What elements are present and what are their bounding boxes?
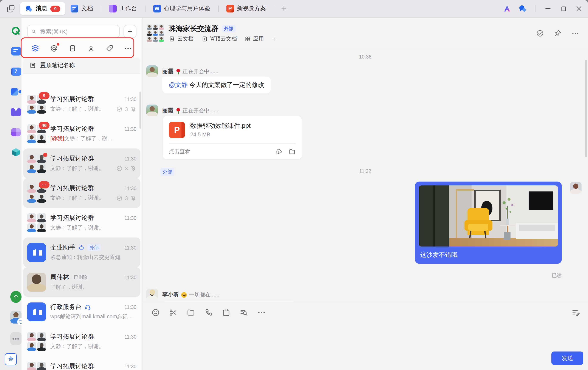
- rail-apps-icon[interactable]: [8, 126, 21, 138]
- chat-preview: 文静：了解了，谢谢。: [50, 343, 104, 350]
- file-message-card[interactable]: P 数据驱动效能课件.ppt 24.5 MB 点击查看: [162, 116, 302, 160]
- more-icon[interactable]: [571, 29, 579, 37]
- search-icon: [31, 28, 37, 35]
- chat-preview: wps邮箱请到mail.kmail.com忘记…: [50, 313, 133, 320]
- file-size: 24.5 MB: [190, 132, 251, 138]
- history-search-icon[interactable]: [239, 308, 248, 317]
- chat-app-logo-icon[interactable]: [518, 4, 527, 13]
- pinned-note[interactable]: 置顶笔记名称: [23, 58, 140, 73]
- message-bubble[interactable]: @文静 今天的文案做了一定的修改: [162, 77, 271, 93]
- tab-docs[interactable]: 文档: [65, 2, 98, 15]
- sent-message[interactable]: 这沙发不错哦: [415, 182, 562, 264]
- chat-list-item[interactable]: 学习拓展讨论群11:30 文静：了解了，谢谢。 3: [23, 148, 140, 178]
- rail-docs-icon[interactable]: [8, 46, 21, 57]
- pinned-docs-tab[interactable]: 置顶云文档: [201, 35, 237, 42]
- chat-time: 11:30: [124, 186, 136, 191]
- filter-tags-icon[interactable]: [105, 44, 114, 52]
- sender-avatar[interactable]: [146, 104, 158, 116]
- todo-check-icon[interactable]: [536, 29, 544, 37]
- chat-time: 11:30: [124, 126, 136, 132]
- chat-list-item[interactable]: 9 学习拓展讨论群11:30 文静：了解了，谢谢。 3: [23, 89, 140, 119]
- conversation-title: 珠海家长交流群: [169, 24, 219, 33]
- save-to-folder-icon[interactable]: [288, 148, 296, 155]
- tab-workbench[interactable]: 工作台: [104, 2, 142, 15]
- deleted-chip: 已删除: [72, 274, 90, 281]
- chat-title: 学习拓展讨论群: [50, 362, 94, 370]
- call-icon[interactable]: [204, 308, 213, 317]
- send-button[interactable]: 发送: [551, 351, 583, 365]
- pin-icon[interactable]: [554, 29, 562, 37]
- unread-badge: 9: [39, 92, 50, 99]
- filter-all-icon[interactable]: [31, 44, 40, 52]
- window-stack-icon[interactable]: [6, 4, 15, 13]
- chat-list-item[interactable]: 46 学习拓展讨论群11:30 [@我]文静：了解了，谢…: [23, 119, 140, 148]
- shared-photo[interactable]: [419, 185, 558, 247]
- sender-avatar[interactable]: [146, 289, 158, 300]
- mute-bell-icon: [130, 195, 136, 201]
- ppt-doc-icon: P: [226, 5, 234, 12]
- chat-list-item[interactable]: 企业助手 外部 11:30 紧急通知：转金山云变更通知: [23, 237, 140, 267]
- chat-list-item[interactable]: 学习拓展讨论群11:30 文静：了解了，谢谢。 3: [23, 356, 140, 370]
- assistant-logo-icon[interactable]: [502, 4, 512, 13]
- rose-emoji-icon: [176, 69, 180, 74]
- search-field[interactable]: [39, 28, 116, 35]
- toolbar-more-icon[interactable]: [257, 308, 266, 317]
- chat-time: 11:30: [124, 364, 136, 369]
- chat-list-item[interactable]: 学习拓展讨论群11:30 文静：了解了，谢谢。: [23, 327, 140, 356]
- conversation-header: 珠海家长交流群 外部 云文档 置顶云文档 应用: [142, 18, 588, 49]
- filter-more-icon[interactable]: [124, 44, 133, 52]
- sent-bubble: 这沙发不错哦: [415, 182, 562, 264]
- chat-list-item[interactable]: ··· 学习拓展讨论群11:30 文静：了解了，谢谢。 3: [23, 178, 140, 208]
- mute-bell-icon: [130, 165, 136, 172]
- tab-ppt-doc[interactable]: P 新视觉方案: [221, 2, 271, 15]
- rail-more-button[interactable]: •••: [8, 333, 21, 344]
- chat-list-item[interactable]: 周伟林 已删除 11:30 了解了，谢谢。: [23, 267, 140, 297]
- file-icon[interactable]: [186, 308, 195, 317]
- file-action[interactable]: 点击查看: [169, 148, 190, 155]
- group-avatar[interactable]: [147, 24, 164, 42]
- filter-files-icon[interactable]: [68, 44, 77, 52]
- tab-messages[interactable]: 消息 9: [20, 2, 65, 15]
- rail-meeting-icon[interactable]: [8, 86, 21, 97]
- minimize-button[interactable]: [543, 4, 553, 13]
- tab-word-doc[interactable]: W 心理学与用户体验: [148, 2, 215, 15]
- rail-mail-icon[interactable]: [8, 106, 21, 117]
- group-avatar: [27, 213, 46, 232]
- global-search-icon[interactable]: [8, 25, 21, 37]
- user-avatar[interactable]: [8, 311, 21, 323]
- own-avatar[interactable]: [570, 182, 582, 194]
- chat-scrollbar[interactable]: [585, 60, 587, 157]
- new-tab-button[interactable]: [277, 2, 291, 15]
- emoji-icon[interactable]: [151, 308, 160, 317]
- message-input[interactable]: [151, 321, 541, 349]
- rail-drive-icon[interactable]: [8, 147, 21, 158]
- filter-mentions-icon[interactable]: [50, 44, 58, 52]
- timestamp: 11:32: [359, 169, 371, 174]
- maximize-button[interactable]: [559, 4, 568, 13]
- add-tab-button[interactable]: [272, 35, 278, 42]
- filter-contacts-icon[interactable]: [87, 44, 95, 52]
- list-scrollbar[interactable]: [139, 92, 141, 129]
- chat-list-item[interactable]: 学习拓展讨论群11:30 文静：了解了，谢谢。: [23, 208, 140, 237]
- search-input[interactable]: [27, 25, 120, 38]
- unread-badge: 9: [50, 5, 60, 12]
- draft-compose-icon[interactable]: [571, 308, 580, 317]
- download-icon[interactable]: [275, 148, 282, 155]
- app-tabs: 消息 9 文档 工作台 W 心理学与用户体验 P 新视觉方案: [20, 0, 291, 17]
- cloud-docs-tab[interactable]: 云文档: [169, 35, 193, 42]
- upload-button[interactable]: [8, 291, 21, 302]
- apps-tab[interactable]: 应用: [244, 35, 264, 42]
- jin-badge-button[interactable]: 金: [5, 353, 17, 365]
- chat-time: 11:30: [124, 245, 136, 250]
- sender-avatar[interactable]: [146, 65, 158, 77]
- rail-calendar-icon[interactable]: 7: [8, 66, 21, 77]
- file-name: 数据驱动效能课件.ppt: [190, 122, 251, 129]
- chat-list-item[interactable]: 行政服务台 11:30 wps邮箱请到mail.kmail.com忘记…: [23, 297, 140, 327]
- close-button[interactable]: [574, 4, 584, 13]
- screenshot-scissors-icon[interactable]: [169, 308, 178, 317]
- group-avatar: 46: [27, 124, 46, 143]
- schedule-icon[interactable]: [222, 308, 231, 317]
- chat-title: 企业助手: [50, 244, 75, 252]
- new-chat-button[interactable]: [124, 25, 136, 38]
- chat-preview: 了解了，谢谢。: [50, 284, 88, 291]
